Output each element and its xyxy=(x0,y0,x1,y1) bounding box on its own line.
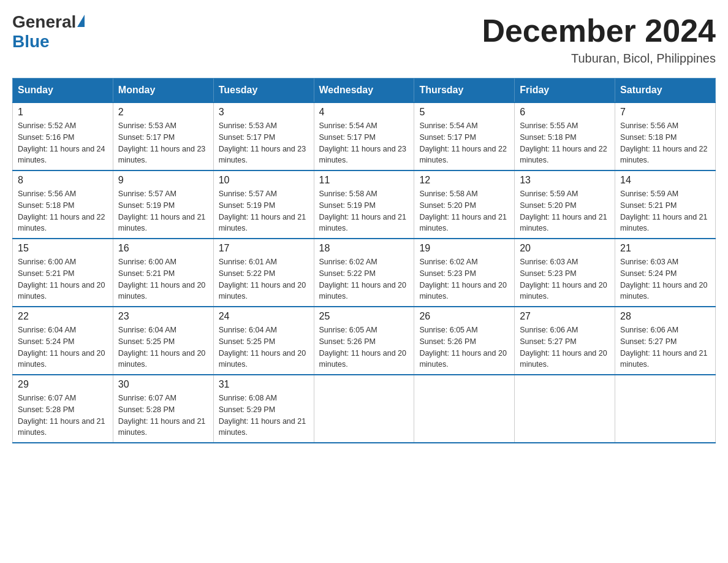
day-info: Sunrise: 6:08 AM Sunset: 5:29 PM Dayligh… xyxy=(219,393,309,439)
day-number: 14 xyxy=(620,175,710,186)
day-info: Sunrise: 6:05 AM Sunset: 5:26 PM Dayligh… xyxy=(319,324,409,370)
day-number: 25 xyxy=(319,311,409,322)
day-info: Sunrise: 5:58 AM Sunset: 5:20 PM Dayligh… xyxy=(419,188,509,234)
day-header-saturday: Saturday xyxy=(615,79,716,103)
day-info: Sunrise: 6:04 AM Sunset: 5:25 PM Dayligh… xyxy=(219,324,309,370)
day-number: 16 xyxy=(118,243,208,254)
day-info: Sunrise: 5:54 AM Sunset: 5:17 PM Dayligh… xyxy=(319,120,409,166)
calendar-day-27: 27 Sunrise: 6:06 AM Sunset: 5:27 PM Dayl… xyxy=(515,307,615,375)
day-info: Sunrise: 6:00 AM Sunset: 5:21 PM Dayligh… xyxy=(18,256,108,302)
day-number: 30 xyxy=(118,379,208,390)
calendar-day-2: 2 Sunrise: 5:53 AM Sunset: 5:17 PM Dayli… xyxy=(113,102,213,170)
day-number: 10 xyxy=(219,175,309,186)
calendar-week-2: 8 Sunrise: 5:56 AM Sunset: 5:18 PM Dayli… xyxy=(13,170,716,239)
day-number: 11 xyxy=(319,175,409,186)
calendar-day-22: 22 Sunrise: 6:04 AM Sunset: 5:24 PM Dayl… xyxy=(13,307,113,375)
day-info: Sunrise: 6:00 AM Sunset: 5:21 PM Dayligh… xyxy=(118,256,208,302)
day-header-thursday: Thursday xyxy=(414,79,515,103)
day-info: Sunrise: 6:06 AM Sunset: 5:27 PM Dayligh… xyxy=(520,324,610,370)
calendar-week-3: 15 Sunrise: 6:00 AM Sunset: 5:21 PM Dayl… xyxy=(13,239,716,307)
day-info: Sunrise: 5:56 AM Sunset: 5:18 PM Dayligh… xyxy=(18,188,108,234)
day-info: Sunrise: 6:07 AM Sunset: 5:28 PM Dayligh… xyxy=(118,393,208,439)
calendar-day-26: 26 Sunrise: 6:05 AM Sunset: 5:26 PM Dayl… xyxy=(414,307,515,375)
logo-blue-text: Blue xyxy=(12,32,50,52)
day-number: 7 xyxy=(620,107,710,118)
day-info: Sunrise: 5:57 AM Sunset: 5:19 PM Dayligh… xyxy=(118,188,208,234)
day-number: 8 xyxy=(18,175,108,186)
calendar-day-30: 30 Sunrise: 6:07 AM Sunset: 5:28 PM Dayl… xyxy=(113,375,213,443)
calendar-day-17: 17 Sunrise: 6:01 AM Sunset: 5:22 PM Dayl… xyxy=(213,239,314,307)
day-header-sunday: Sunday xyxy=(13,79,113,103)
day-number: 17 xyxy=(219,243,309,254)
calendar-day-8: 8 Sunrise: 5:56 AM Sunset: 5:18 PM Dayli… xyxy=(13,170,113,239)
logo: General Blue xyxy=(12,12,85,52)
day-info: Sunrise: 6:03 AM Sunset: 5:23 PM Dayligh… xyxy=(520,256,610,302)
calendar-day-12: 12 Sunrise: 5:58 AM Sunset: 5:20 PM Dayl… xyxy=(414,170,515,239)
empty-cell xyxy=(615,375,716,443)
calendar-week-4: 22 Sunrise: 6:04 AM Sunset: 5:24 PM Dayl… xyxy=(13,307,716,375)
calendar-day-18: 18 Sunrise: 6:02 AM Sunset: 5:22 PM Dayl… xyxy=(314,239,414,307)
day-number: 9 xyxy=(118,175,208,186)
page-header: General Blue December 2024 Tuburan, Bico… xyxy=(12,12,716,66)
day-number: 15 xyxy=(18,243,108,254)
day-number: 21 xyxy=(620,243,710,254)
day-info: Sunrise: 5:53 AM Sunset: 5:17 PM Dayligh… xyxy=(219,120,309,166)
day-info: Sunrise: 6:04 AM Sunset: 5:25 PM Dayligh… xyxy=(118,324,208,370)
day-info: Sunrise: 6:05 AM Sunset: 5:26 PM Dayligh… xyxy=(419,324,509,370)
calendar-day-24: 24 Sunrise: 6:04 AM Sunset: 5:25 PM Dayl… xyxy=(213,307,314,375)
day-number: 27 xyxy=(520,311,610,322)
empty-cell xyxy=(314,375,414,443)
day-info: Sunrise: 5:59 AM Sunset: 5:21 PM Dayligh… xyxy=(620,188,710,234)
calendar-day-5: 5 Sunrise: 5:54 AM Sunset: 5:17 PM Dayli… xyxy=(414,102,515,170)
calendar-day-14: 14 Sunrise: 5:59 AM Sunset: 5:21 PM Dayl… xyxy=(615,170,716,239)
calendar-day-16: 16 Sunrise: 6:00 AM Sunset: 5:21 PM Dayl… xyxy=(113,239,213,307)
day-number: 12 xyxy=(419,175,509,186)
day-number: 29 xyxy=(18,379,108,390)
title-section: December 2024 Tuburan, Bicol, Philippine… xyxy=(482,12,716,66)
calendar-day-19: 19 Sunrise: 6:02 AM Sunset: 5:23 PM Dayl… xyxy=(414,239,515,307)
logo-general-text: General xyxy=(12,12,76,32)
day-info: Sunrise: 6:03 AM Sunset: 5:24 PM Dayligh… xyxy=(620,256,710,302)
calendar-day-7: 7 Sunrise: 5:56 AM Sunset: 5:18 PM Dayli… xyxy=(615,102,716,170)
day-info: Sunrise: 6:04 AM Sunset: 5:24 PM Dayligh… xyxy=(18,324,108,370)
calendar-day-11: 11 Sunrise: 5:58 AM Sunset: 5:19 PM Dayl… xyxy=(314,170,414,239)
day-number: 20 xyxy=(520,243,610,254)
day-number: 26 xyxy=(419,311,509,322)
day-number: 13 xyxy=(520,175,610,186)
calendar-day-23: 23 Sunrise: 6:04 AM Sunset: 5:25 PM Dayl… xyxy=(113,307,213,375)
calendar-day-13: 13 Sunrise: 5:59 AM Sunset: 5:20 PM Dayl… xyxy=(515,170,615,239)
calendar-day-10: 10 Sunrise: 5:57 AM Sunset: 5:19 PM Dayl… xyxy=(213,170,314,239)
day-info: Sunrise: 5:54 AM Sunset: 5:17 PM Dayligh… xyxy=(419,120,509,166)
calendar-day-1: 1 Sunrise: 5:52 AM Sunset: 5:16 PM Dayli… xyxy=(13,102,113,170)
day-number: 19 xyxy=(419,243,509,254)
day-info: Sunrise: 5:55 AM Sunset: 5:18 PM Dayligh… xyxy=(520,120,610,166)
day-header-friday: Friday xyxy=(515,79,615,103)
day-number: 2 xyxy=(118,107,208,118)
day-info: Sunrise: 5:59 AM Sunset: 5:20 PM Dayligh… xyxy=(520,188,610,234)
calendar-week-1: 1 Sunrise: 5:52 AM Sunset: 5:16 PM Dayli… xyxy=(13,102,716,170)
day-number: 22 xyxy=(18,311,108,322)
day-info: Sunrise: 5:58 AM Sunset: 5:19 PM Dayligh… xyxy=(319,188,409,234)
calendar-table: SundayMondayTuesdayWednesdayThursdayFrid… xyxy=(12,78,716,443)
day-info: Sunrise: 5:52 AM Sunset: 5:16 PM Dayligh… xyxy=(18,120,108,166)
day-number: 31 xyxy=(219,379,309,390)
month-title: December 2024 xyxy=(482,12,716,49)
calendar-day-25: 25 Sunrise: 6:05 AM Sunset: 5:26 PM Dayl… xyxy=(314,307,414,375)
day-info: Sunrise: 6:01 AM Sunset: 5:22 PM Dayligh… xyxy=(219,256,309,302)
day-info: Sunrise: 6:02 AM Sunset: 5:23 PM Dayligh… xyxy=(419,256,509,302)
day-number: 5 xyxy=(419,107,509,118)
calendar-day-29: 29 Sunrise: 6:07 AM Sunset: 5:28 PM Dayl… xyxy=(13,375,113,443)
day-header-wednesday: Wednesday xyxy=(314,79,414,103)
day-header-monday: Monday xyxy=(113,79,213,103)
day-info: Sunrise: 5:53 AM Sunset: 5:17 PM Dayligh… xyxy=(118,120,208,166)
calendar-header-row: SundayMondayTuesdayWednesdayThursdayFrid… xyxy=(13,79,716,103)
day-number: 1 xyxy=(18,107,108,118)
calendar-day-6: 6 Sunrise: 5:55 AM Sunset: 5:18 PM Dayli… xyxy=(515,102,615,170)
calendar-day-15: 15 Sunrise: 6:00 AM Sunset: 5:21 PM Dayl… xyxy=(13,239,113,307)
calendar-day-28: 28 Sunrise: 6:06 AM Sunset: 5:27 PM Dayl… xyxy=(615,307,716,375)
day-number: 6 xyxy=(520,107,610,118)
calendar-week-5: 29 Sunrise: 6:07 AM Sunset: 5:28 PM Dayl… xyxy=(13,375,716,443)
day-info: Sunrise: 5:57 AM Sunset: 5:19 PM Dayligh… xyxy=(219,188,309,234)
day-number: 28 xyxy=(620,311,710,322)
day-info: Sunrise: 6:02 AM Sunset: 5:22 PM Dayligh… xyxy=(319,256,409,302)
